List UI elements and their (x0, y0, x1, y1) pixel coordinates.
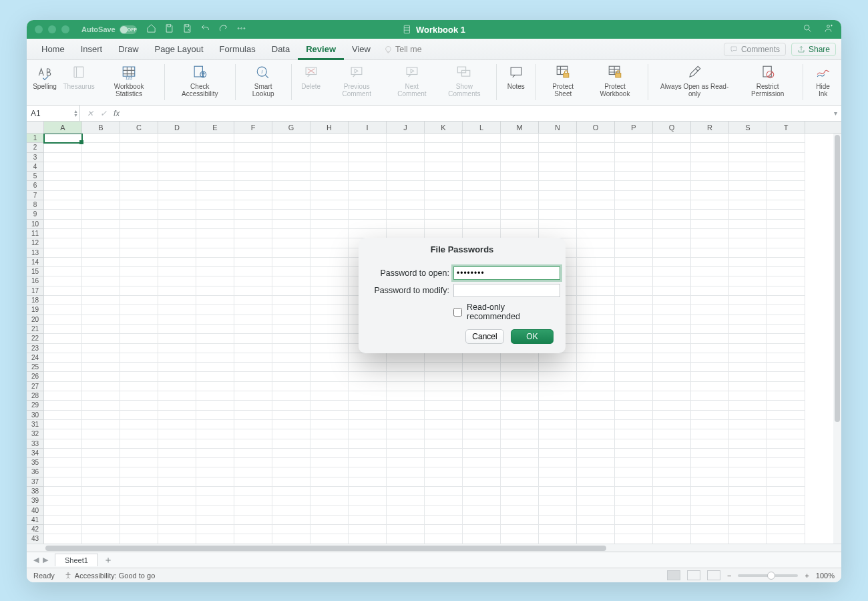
cell[interactable] (691, 487, 729, 496)
cell[interactable] (691, 429, 729, 439)
cell[interactable] (44, 467, 82, 477)
always-read-only-button[interactable]: Always Open as Read-only (652, 62, 736, 99)
cell[interactable] (158, 449, 196, 458)
tell-me[interactable]: Tell me (384, 45, 422, 54)
cell[interactable] (767, 411, 805, 420)
cell[interactable] (653, 334, 691, 343)
cell[interactable] (272, 449, 310, 458)
cell[interactable] (729, 134, 767, 143)
cell[interactable] (387, 153, 425, 162)
cell[interactable] (44, 200, 82, 210)
cell[interactable] (310, 191, 349, 200)
cell[interactable] (120, 411, 158, 420)
cell[interactable] (767, 200, 805, 210)
column-header[interactable]: O (577, 122, 615, 133)
cell[interactable] (767, 305, 805, 315)
cell[interactable] (196, 229, 234, 238)
row-header[interactable]: 8 (27, 200, 44, 210)
column-header[interactable]: F (234, 122, 272, 133)
cell[interactable] (615, 516, 653, 525)
zoom-window[interactable] (61, 25, 69, 33)
cell[interactable] (425, 411, 463, 420)
cell[interactable] (387, 200, 425, 210)
cell[interactable] (425, 391, 463, 401)
cell[interactable] (577, 248, 615, 258)
cell[interactable] (196, 458, 234, 467)
cell[interactable] (463, 429, 501, 439)
cell[interactable] (501, 220, 539, 229)
cell[interactable] (82, 153, 120, 162)
cell[interactable] (82, 344, 120, 353)
cell[interactable] (120, 143, 158, 152)
cell[interactable] (349, 439, 387, 449)
cell[interactable] (120, 467, 158, 477)
cell[interactable] (615, 391, 653, 401)
row-header[interactable]: 13 (27, 248, 44, 258)
cancel-formula-icon[interactable]: ✕ (87, 109, 93, 118)
cell[interactable] (158, 334, 196, 343)
column-header[interactable]: K (425, 122, 463, 133)
cell[interactable] (615, 191, 653, 200)
cell[interactable] (425, 525, 463, 534)
cell[interactable] (729, 477, 767, 487)
cell[interactable] (349, 458, 387, 467)
cell[interactable] (387, 191, 425, 200)
cell[interactable] (387, 420, 425, 429)
row-header[interactable]: 18 (27, 296, 44, 305)
cell[interactable] (234, 391, 272, 401)
cell[interactable] (234, 372, 272, 381)
hide-ink-button[interactable]: Hide Ink (807, 62, 839, 99)
cell[interactable] (310, 363, 349, 372)
cell[interactable] (387, 467, 425, 477)
check-accessibility-button[interactable]: Check Accessibility (169, 62, 231, 99)
cell[interactable] (310, 172, 349, 181)
cell[interactable] (196, 411, 234, 420)
cell[interactable] (501, 153, 539, 162)
cell[interactable] (767, 229, 805, 238)
cell[interactable] (615, 344, 653, 353)
cell[interactable] (234, 429, 272, 439)
cell[interactable] (729, 315, 767, 325)
cell[interactable] (729, 525, 767, 534)
cell[interactable] (234, 143, 272, 152)
cell[interactable] (349, 487, 387, 496)
cell[interactable] (196, 267, 234, 276)
cell[interactable] (729, 496, 767, 506)
cell[interactable] (82, 286, 120, 296)
cell[interactable] (691, 363, 729, 372)
cell[interactable] (82, 248, 120, 258)
cell[interactable] (463, 534, 501, 544)
cell[interactable] (501, 191, 539, 200)
cell[interactable] (691, 439, 729, 449)
cell[interactable] (729, 467, 767, 477)
cell[interactable] (425, 172, 463, 181)
cell[interactable] (577, 420, 615, 429)
cell[interactable] (387, 429, 425, 439)
cell[interactable] (425, 401, 463, 410)
row-header[interactable]: 12 (27, 238, 44, 248)
cell[interactable] (653, 411, 691, 420)
cell[interactable] (44, 267, 82, 276)
cell[interactable] (539, 391, 577, 401)
cell[interactable] (196, 248, 234, 258)
cell[interactable] (653, 534, 691, 544)
cell[interactable] (729, 353, 767, 363)
cell[interactable] (234, 449, 272, 458)
sheet-tab[interactable]: Sheet1 (55, 554, 98, 566)
cell[interactable] (577, 353, 615, 363)
cell[interactable] (82, 315, 120, 325)
cell[interactable] (234, 153, 272, 162)
row-header[interactable]: 36 (27, 467, 44, 477)
cell[interactable] (349, 134, 387, 143)
row-header[interactable]: 2 (27, 143, 44, 152)
cell[interactable] (577, 267, 615, 276)
cell[interactable] (272, 534, 310, 544)
ok-button[interactable]: OK (511, 329, 554, 344)
cell[interactable] (463, 172, 501, 181)
cell[interactable] (767, 363, 805, 372)
cell[interactable] (272, 506, 310, 516)
cell[interactable] (196, 429, 234, 439)
cell[interactable] (691, 315, 729, 325)
sheet-prev-icon[interactable]: ◀ (33, 556, 39, 564)
cell[interactable] (463, 191, 501, 200)
